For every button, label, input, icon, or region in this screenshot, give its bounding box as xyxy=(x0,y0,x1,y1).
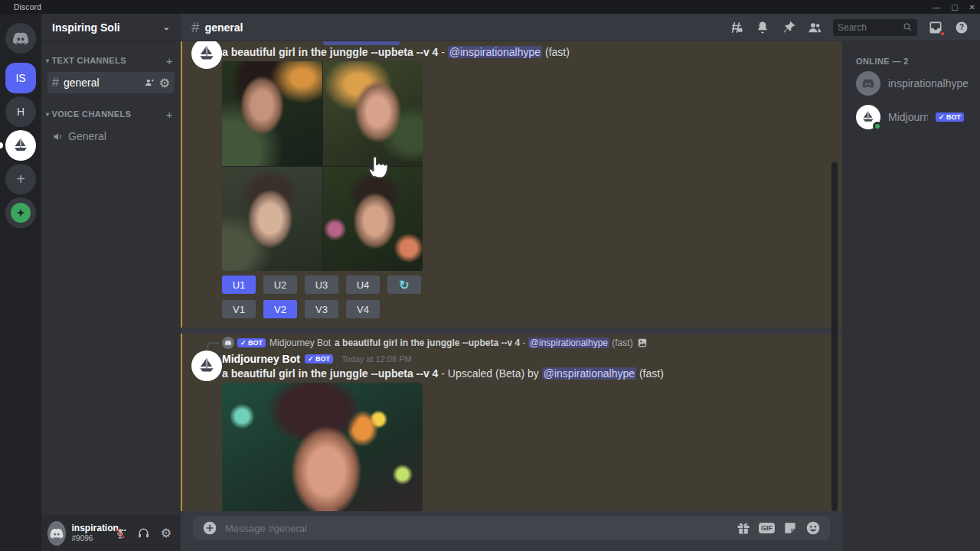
server-initials: H xyxy=(17,106,24,118)
gift-icon[interactable] xyxy=(736,520,751,536)
emoji-picker-icon[interactable] xyxy=(805,520,821,536)
author-name[interactable]: Midjourney Bot xyxy=(222,353,300,365)
search-bar[interactable] xyxy=(833,19,917,36)
voice-channels-section[interactable]: ▾ VOICE CHANNELS + xyxy=(41,107,181,121)
member-row-midjourney-bot[interactable]: Midjourney Bot ✓ BOT xyxy=(850,101,974,133)
upscale-button-u1[interactable]: U1 xyxy=(222,276,256,294)
midjourney-bot-avatar[interactable] xyxy=(191,41,222,69)
variation-button-v2[interactable]: V2 xyxy=(263,300,297,318)
upscale-button-u4[interactable]: U4 xyxy=(346,276,380,294)
variation-button-v4[interactable]: V4 xyxy=(346,300,380,318)
image-attachment-icon xyxy=(637,337,648,348)
headphones-button[interactable] xyxy=(135,525,152,542)
member-name: Midjourney Bot xyxy=(888,111,928,123)
clipped-mention-pill xyxy=(323,41,400,45)
voice-channel-item-general[interactable]: General xyxy=(47,127,175,145)
bot-badge: ✓ BOT xyxy=(305,354,333,364)
upscaled-image[interactable] xyxy=(222,383,423,511)
search-icon xyxy=(903,22,913,32)
grid-image-1[interactable] xyxy=(222,61,322,166)
attach-file-icon[interactable] xyxy=(202,520,217,536)
hash-icon: # xyxy=(191,19,200,36)
inbox-icon[interactable] xyxy=(928,20,943,35)
message-midjourney-upscaled: ✓ BOT Midjourney Bot a beautiful girl in… xyxy=(181,334,842,511)
upscale-button-row: U1 U2 U3 U4 ↻ xyxy=(222,276,421,294)
channel-sidebar: Inspiring Soli ⌄ ▾ TEXT CHANNELS + # gen… xyxy=(41,14,181,551)
add-server-button[interactable]: + xyxy=(5,164,36,194)
server-header[interactable]: Inspiring Soli ⌄ xyxy=(41,14,181,41)
plus-icon: + xyxy=(16,171,25,188)
threads-icon[interactable] xyxy=(729,20,744,35)
notifications-bell-icon[interactable] xyxy=(755,20,770,35)
server-initials: IS xyxy=(15,72,25,84)
text-channels-label: TEXT CHANNELS xyxy=(51,56,126,65)
maximize-button[interactable]: ▢ xyxy=(951,3,958,11)
server-icon-h[interactable]: H xyxy=(5,96,36,127)
member-sidebar: ONLINE — 2 inspirationalhype 👑 Midjourne… xyxy=(842,41,980,551)
member-avatar xyxy=(856,71,880,96)
message-author-line: Midjourney Bot ✓ BOT Today at 12:08 PM xyxy=(222,353,412,365)
pinned-messages-icon[interactable] xyxy=(781,20,796,35)
message-list[interactable]: a beautiful girl in the junggle --upbeta… xyxy=(181,41,842,511)
prompt-text: a beautiful girl in the junggle --upbeta… xyxy=(222,46,438,58)
reply-reference[interactable]: ✓ BOT Midjourney Bot a beautiful girl in… xyxy=(182,337,842,349)
fast-label: (fast) xyxy=(542,46,570,58)
channel-title: general xyxy=(205,21,243,34)
close-button[interactable]: ✕ xyxy=(969,3,975,11)
server-icon-midjourney[interactable] xyxy=(5,130,36,161)
user-mention[interactable]: @inspirationalhype xyxy=(542,367,636,380)
reply-author-name[interactable]: Midjourney Bot xyxy=(270,337,331,348)
help-icon[interactable]: ? xyxy=(954,20,969,35)
chat-scrollbar[interactable] xyxy=(831,162,838,511)
invite-people-icon[interactable] xyxy=(144,77,155,88)
member-list-icon[interactable] xyxy=(807,20,822,35)
user-panel: inspiration... #9096 ⚙ xyxy=(41,515,181,551)
member-row-inspirationalhype[interactable]: inspirationalhype 👑 xyxy=(850,67,974,99)
timestamp: Today at 12:08 PM xyxy=(341,354,412,364)
reroll-icon: ↻ xyxy=(399,278,409,292)
server-icon-inspiring-soli[interactable]: IS xyxy=(5,63,36,93)
user-settings-gear-icon[interactable]: ⚙ xyxy=(158,525,175,542)
message-input[interactable] xyxy=(225,523,736,534)
mute-microphone-button[interactable] xyxy=(112,525,129,542)
bot-badge: ✓ BOT xyxy=(936,112,964,122)
upscale-button-u3[interactable]: U3 xyxy=(305,276,338,294)
upscale-button-u2[interactable]: U2 xyxy=(263,276,297,294)
variation-button-v1[interactable]: V1 xyxy=(222,300,256,318)
user-mention[interactable]: @inspirationalhype xyxy=(528,337,609,348)
user-discriminator: #9096 xyxy=(72,534,112,543)
explore-servers-button[interactable] xyxy=(5,197,36,228)
fast-label: (fast) xyxy=(636,367,664,380)
sticker-picker-icon[interactable] xyxy=(782,520,798,536)
message-composer[interactable]: GIF xyxy=(193,516,830,540)
text-channels-section[interactable]: ▾ TEXT CHANNELS + xyxy=(41,54,181,67)
reply-avatar xyxy=(222,337,234,349)
variation-button-row: V1 V2 V3 V4 xyxy=(222,300,380,318)
unread-indicator-pill xyxy=(0,142,3,148)
app-title: Discord xyxy=(14,3,41,11)
user-avatar[interactable] xyxy=(47,521,66,546)
notification-dot xyxy=(939,31,946,37)
user-info[interactable]: inspiration... #9096 xyxy=(72,523,112,542)
minimize-button[interactable]: — xyxy=(933,3,940,11)
midjourney-bot-avatar[interactable] xyxy=(191,350,222,381)
member-avatar xyxy=(856,105,880,129)
caret-down-icon: ▾ xyxy=(46,111,49,118)
search-input[interactable] xyxy=(838,22,903,33)
reroll-button[interactable]: ↻ xyxy=(387,276,421,294)
message-midjourney-grid: a beautiful girl in the junggle --upbeta… xyxy=(181,41,842,328)
user-mention[interactable]: @inspirationalhype xyxy=(448,46,542,58)
gif-picker-icon[interactable]: GIF xyxy=(759,523,775,533)
grid-image-3[interactable] xyxy=(222,167,322,272)
home-button[interactable] xyxy=(5,23,36,54)
reply-preview[interactable]: a beautiful girl in the junggle --upbeta… xyxy=(335,337,633,348)
create-voice-channel-button[interactable]: + xyxy=(166,108,173,121)
grid-image-4[interactable] xyxy=(323,167,423,272)
channel-item-general[interactable]: # general ⚙ xyxy=(47,72,175,93)
create-channel-button[interactable]: + xyxy=(166,54,173,67)
grid-image-2[interactable] xyxy=(323,61,423,166)
server-rail: IS H + xyxy=(0,14,41,551)
variation-button-v3[interactable]: V3 xyxy=(305,300,338,318)
generated-image-grid[interactable] xyxy=(222,61,423,271)
channel-settings-gear-icon[interactable]: ⚙ xyxy=(159,76,170,90)
